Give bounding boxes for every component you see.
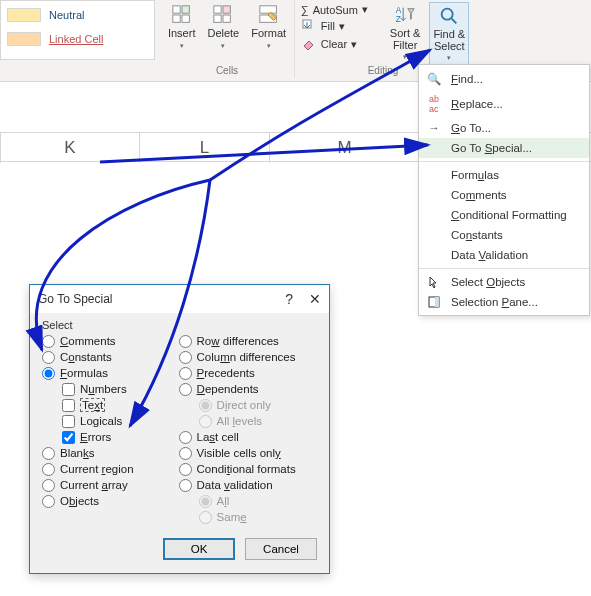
radio-precedents[interactable]: Precedents <box>179 367 317 380</box>
svg-rect-7 <box>223 15 230 22</box>
cursor-icon <box>425 276 443 288</box>
radio-blanks[interactable]: Blanks <box>42 447 169 460</box>
radio-formulas[interactable]: Formulas <box>42 367 169 380</box>
check-text[interactable]: Text <box>62 399 169 412</box>
chevron-down-icon: ▾ <box>267 42 271 50</box>
section-label: Select <box>42 319 317 331</box>
radio-all-levels: All levels <box>199 415 317 428</box>
radio-row-diff[interactable]: Row differences <box>179 335 317 348</box>
radio-objects[interactable]: Objects <box>42 495 169 508</box>
radio-cond-formats[interactable]: Conditional formats <box>179 463 317 476</box>
cancel-button[interactable]: Cancel <box>245 538 317 560</box>
delete-cells-icon <box>212 4 234 26</box>
find-select-button[interactable]: Find &Select▾ <box>429 2 469 65</box>
help-button[interactable]: ? <box>285 291 293 307</box>
menu-comments[interactable]: Comments <box>419 185 589 205</box>
check-errors[interactable]: Errors <box>62 431 169 444</box>
style-label: Linked Cell <box>49 33 103 45</box>
find-select-menu: 🔍 Find... abac Replace... → Go To... Go … <box>418 64 590 316</box>
dialog-title: Go To Special <box>38 292 113 306</box>
linked-swatch-icon <box>7 32 41 46</box>
magnifier-icon: 🔍 <box>425 72 443 86</box>
style-neutral[interactable]: Neutral <box>7 5 148 25</box>
menu-separator <box>419 161 589 162</box>
magnifier-icon <box>438 5 460 27</box>
menu-constants[interactable]: Constants <box>419 225 589 245</box>
clear-button[interactable]: Clear ▾ <box>297 35 381 53</box>
menu-select-objects[interactable]: Select Objects <box>419 272 589 292</box>
chevron-down-icon: ▾ <box>351 38 357 51</box>
chevron-down-icon: ▾ <box>221 42 225 50</box>
goto-special-dialog: Go To Special ? ✕ Select Comments Consta… <box>29 284 330 574</box>
sigma-icon: ∑ <box>301 4 309 16</box>
svg-rect-3 <box>182 15 189 22</box>
autosum-button[interactable]: ∑ AutoSum ▾ <box>297 2 381 17</box>
radio-current-array[interactable]: Current array <box>42 479 169 492</box>
cell-styles-gallery[interactable]: Neutral Linked Cell <box>0 0 155 60</box>
dialog-titlebar[interactable]: Go To Special ? ✕ <box>30 285 329 313</box>
ok-button[interactable]: OK <box>163 538 235 560</box>
radio-constants[interactable]: Constants <box>42 351 169 364</box>
svg-rect-5 <box>214 15 221 22</box>
neutral-swatch-icon <box>7 8 41 22</box>
chevron-down-icon: ▾ <box>447 54 451 62</box>
radio-last-cell[interactable]: Last cell <box>179 431 317 444</box>
menu-selection-pane[interactable]: Selection Pane... <box>419 292 589 312</box>
menu-cond-formatting[interactable]: Conditional Formatting <box>419 205 589 225</box>
menu-data-validation[interactable]: Data Validation <box>419 245 589 265</box>
sort-filter-icon: AZ <box>394 4 416 26</box>
svg-rect-2 <box>182 6 189 13</box>
style-label: Neutral <box>49 9 84 21</box>
chevron-down-icon: ▾ <box>339 20 345 33</box>
svg-rect-0 <box>173 6 180 13</box>
menu-goto-special[interactable]: Go To Special... <box>419 138 589 158</box>
radio-dependents[interactable]: Dependents <box>179 383 317 396</box>
insert-button[interactable]: Insert▾ <box>165 2 199 52</box>
svg-point-13 <box>442 9 453 20</box>
ribbon-group-cells: Insert▾ Delete▾ Format▾ Cells <box>160 0 295 78</box>
svg-text:Z: Z <box>396 15 401 24</box>
col-header-m[interactable]: M <box>270 133 420 163</box>
delete-button[interactable]: Delete▾ <box>204 2 242 52</box>
menu-goto[interactable]: → Go To... <box>419 118 589 138</box>
menu-separator <box>419 268 589 269</box>
svg-text:A: A <box>396 6 402 15</box>
radio-visible-cells[interactable]: Visible cells only <box>179 447 317 460</box>
check-logicals[interactable]: Logicals <box>62 415 169 428</box>
fill-button[interactable]: Fill ▾ <box>297 17 381 35</box>
style-linked-cell[interactable]: Linked Cell <box>7 29 148 49</box>
chevron-down-icon: ▾ <box>362 3 368 16</box>
radio-same: Same <box>199 511 317 524</box>
format-button[interactable]: Format▾ <box>248 2 289 52</box>
group-caption: Cells <box>160 65 294 76</box>
radio-data-validation[interactable]: Data validation <box>179 479 317 492</box>
chevron-down-icon: ▾ <box>180 42 184 50</box>
chevron-down-icon: ▾ <box>403 53 407 61</box>
replace-icon: abac <box>425 94 443 114</box>
menu-formulas[interactable]: Formulas <box>419 165 589 185</box>
svg-rect-4 <box>214 6 221 13</box>
menu-replace[interactable]: abac Replace... <box>419 90 589 118</box>
sort-filter-button[interactable]: AZ Sort &Filter▾ <box>387 2 424 63</box>
pane-icon <box>425 296 443 308</box>
svg-rect-6 <box>223 6 230 13</box>
radio-direct-only: Direct only <box>199 399 317 412</box>
radio-comments[interactable]: Comments <box>42 335 169 348</box>
radio-col-diff[interactable]: Column differences <box>179 351 317 364</box>
col-header-l[interactable]: L <box>140 133 270 163</box>
close-button[interactable]: ✕ <box>309 291 321 307</box>
svg-rect-15 <box>435 297 439 307</box>
arrow-right-icon: → <box>425 122 443 134</box>
radio-current-region[interactable]: Current region <box>42 463 169 476</box>
fill-down-icon <box>301 18 317 34</box>
radio-all: All <box>199 495 317 508</box>
svg-rect-8 <box>259 6 276 13</box>
svg-rect-1 <box>173 15 180 22</box>
format-cells-icon <box>258 4 280 26</box>
check-numbers[interactable]: Numbers <box>62 383 169 396</box>
insert-cells-icon <box>171 4 193 26</box>
eraser-icon <box>301 36 317 52</box>
col-header-k[interactable]: K <box>0 133 140 163</box>
menu-find[interactable]: 🔍 Find... <box>419 68 589 90</box>
